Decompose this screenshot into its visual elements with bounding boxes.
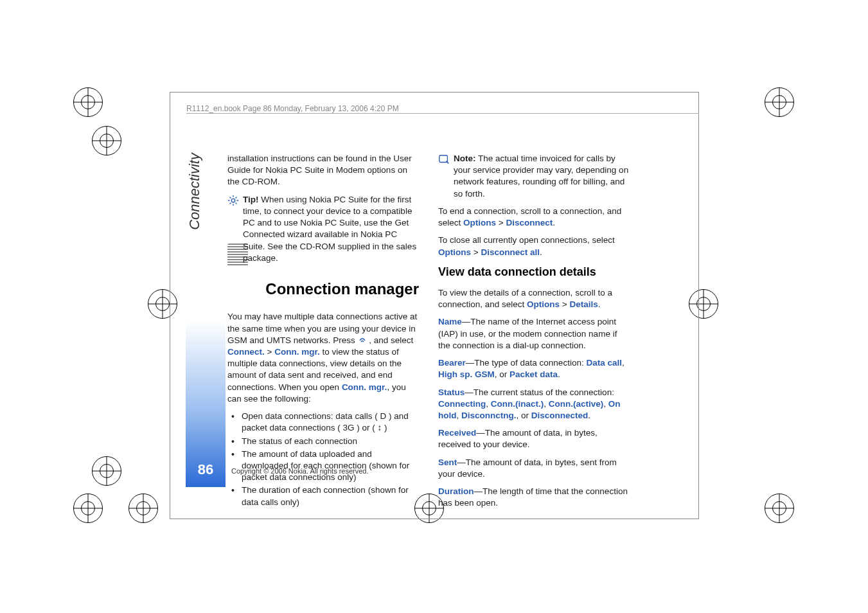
close-all-text: To close all currently open connections,… [438, 235, 631, 258]
crop-mark-icon [92, 456, 121, 486]
subsection-heading: View data connection details [438, 264, 631, 280]
section-heading: Connection manager [227, 279, 420, 299]
note-block: Note: The actual time invoiced for calls… [438, 153, 631, 206]
link-options: Options [463, 218, 496, 227]
link-options: Options [438, 247, 471, 257]
crop-mark-icon [73, 87, 103, 117]
tip-label: Tip! [243, 195, 259, 204]
def-status: Status—The current status of the connect… [438, 387, 631, 422]
content-columns: installation instructions can be found i… [227, 153, 680, 515]
list-item: The status of each connection [227, 436, 420, 447]
crop-mark-icon [765, 493, 794, 523]
def-duration: Duration—The length of time that the con… [438, 486, 631, 509]
tip-text: Tip! When using Nokia PC Suite for the f… [243, 194, 420, 264]
page-header: R1112_en.book Page 86 Monday, February 1… [186, 104, 399, 113]
crop-mark-icon [765, 87, 794, 117]
note-body: The actual time invoiced for calls by yo… [454, 154, 628, 199]
svg-point-0 [231, 199, 235, 202]
list-item: The duration of each connection (shown f… [227, 484, 420, 508]
def-bearer: Bearer—The type of data connection: Data… [438, 357, 631, 380]
intro-paragraph: installation instructions can be found i… [227, 153, 420, 188]
link-disconnect: Disconnect [506, 218, 553, 227]
view-details-text: To view the details of a connection, scr… [438, 287, 631, 310]
left-column: installation instructions can be found i… [227, 153, 420, 515]
feature-list: Open data connections: data calls ( D ) … [227, 411, 420, 508]
note-label: Note: [454, 154, 476, 163]
link-conn-mgr-2: Conn. mgr. [342, 382, 387, 392]
link-conn-mgr: Conn. mgr. [274, 347, 320, 357]
page-number: 86 [186, 461, 226, 478]
tip-body: When using Nokia PC Suite for the first … [243, 195, 416, 263]
link-disconnect-all: Disconnect all [481, 247, 540, 257]
def-sent: Sent—The amount of data, in bytes, sent … [438, 457, 631, 480]
tip-icon [227, 195, 239, 206]
link-details: Details [569, 299, 598, 309]
right-column: Note: The actual time invoiced for calls… [438, 153, 631, 515]
tip-block: Tip! When using Nokia PC Suite for the f… [227, 194, 420, 270]
def-received: Received—The amount of data, in bytes, r… [438, 427, 631, 450]
end-connection-text: To end a connection, scroll to a connect… [438, 206, 631, 229]
chapter-tab: Connectivity [186, 153, 203, 230]
note-icon [438, 154, 450, 165]
crop-mark-icon [73, 493, 103, 523]
list-item: Open data connections: data calls ( D ) … [227, 411, 420, 434]
header-rule [186, 113, 699, 114]
connmgr-paragraph: You may have multiple data connections a… [227, 311, 420, 405]
link-options: Options [527, 299, 560, 309]
key-icon [358, 336, 367, 345]
crop-mark-icon [128, 493, 158, 523]
def-name: Name—The name of the Internet access poi… [438, 316, 631, 351]
crop-mark-icon [92, 126, 121, 155]
note-text: Note: The actual time invoiced for calls… [454, 153, 631, 200]
link-connect: Connect. [227, 347, 265, 357]
list-item: The amount of data uploaded and download… [227, 449, 420, 484]
